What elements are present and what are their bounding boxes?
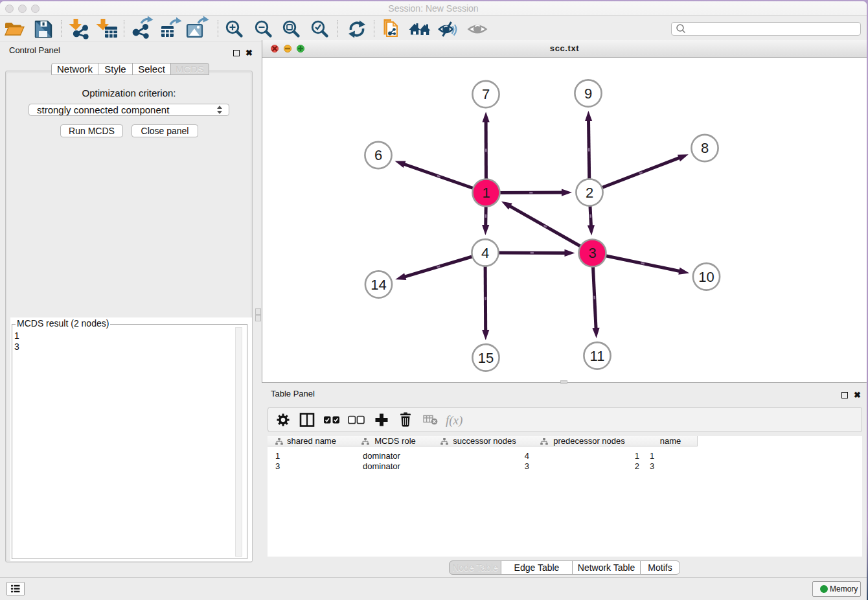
- svg-text:9: 9: [584, 86, 592, 102]
- svg-text:7: 7: [482, 86, 490, 102]
- svg-text:6: 6: [374, 147, 382, 163]
- svg-text:1: 1: [482, 185, 490, 201]
- svg-text:14: 14: [371, 277, 386, 293]
- svg-text:11: 11: [590, 348, 605, 364]
- svg-text:3: 3: [588, 245, 596, 261]
- svg-text:2: 2: [586, 185, 593, 201]
- svg-text:4: 4: [481, 245, 489, 261]
- svg-text:10: 10: [698, 269, 714, 285]
- svg-text:8: 8: [701, 140, 709, 156]
- svg-text:15: 15: [478, 350, 494, 366]
- svg-text:f(x): f(x): [446, 413, 463, 428]
